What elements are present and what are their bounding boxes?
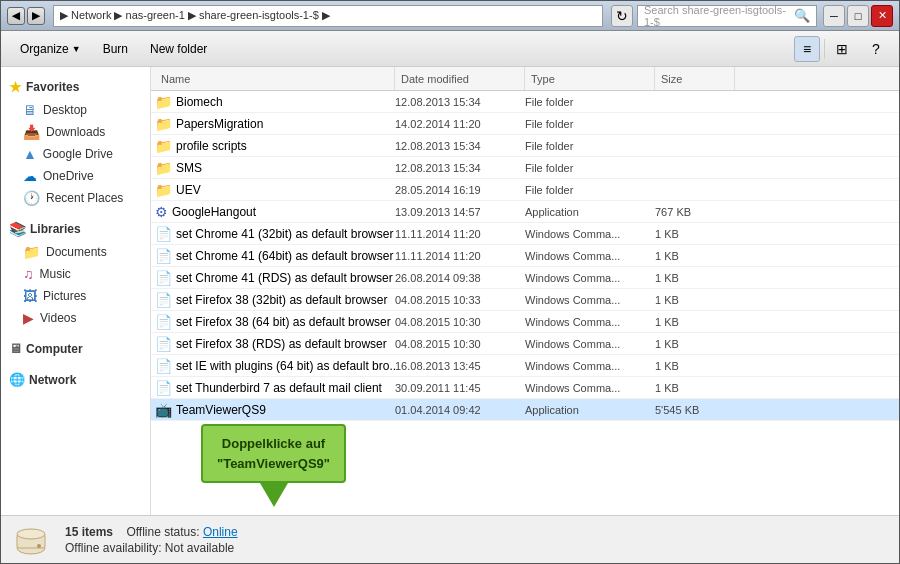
refresh-button[interactable]: ↻ (611, 5, 633, 27)
folder-icon: 📁 (155, 116, 172, 132)
file-date: 26.08.2014 09:38 (395, 272, 481, 284)
sidebar-item-gdrive[interactable]: ▲ Google Drive (1, 143, 150, 165)
sidebar-computer-header[interactable]: 🖥 Computer (1, 337, 150, 360)
table-row[interactable]: 📺 TeamViewerQS9 01.04.2014 09:42 Applica… (151, 399, 899, 421)
file-type: File folder (525, 96, 573, 108)
title-bar: ◀ ▶ ▶ Network ▶ nas-green-1 ▶ share-gree… (1, 1, 899, 31)
forward-button[interactable]: ▶ (27, 7, 45, 25)
col-date-header[interactable]: Date modified (395, 67, 525, 90)
sidebar-computer-section: 🖥 Computer (1, 337, 150, 360)
file-list: 📁 Biomech 12.08.2013 15:34 File folder 📁… (151, 91, 899, 421)
table-row[interactable]: 📄 set Firefox 38 (64 bit) as default bro… (151, 311, 899, 333)
file-type: File folder (525, 184, 573, 196)
sidebar-item-label: Music (40, 267, 71, 281)
cell-size: 1 KB (655, 294, 735, 306)
pictures-icon: 🖼 (23, 288, 37, 304)
sidebar-item-onedrive[interactable]: ☁ OneDrive (1, 165, 150, 187)
burn-button[interactable]: Burn (94, 36, 137, 62)
file-name: set Chrome 41 (32bit) as default browser (176, 227, 393, 241)
view-details-button[interactable]: ⊞ (829, 36, 855, 62)
file-date: 30.09.2011 11:45 (395, 382, 481, 394)
nav-controls: ◀ ▶ (7, 7, 45, 25)
cell-date: 16.08.2013 13:45 (395, 360, 525, 372)
file-type: Windows Comma... (525, 228, 620, 240)
organize-button[interactable]: Organize ▼ (11, 36, 90, 62)
table-row[interactable]: 📄 set Thunderbird 7 as default mail clie… (151, 377, 899, 399)
sidebar-item-recent[interactable]: 🕐 Recent Places (1, 187, 150, 209)
table-row[interactable]: 📄 set Chrome 41 (64bit) as default brows… (151, 245, 899, 267)
view-toggle-button[interactable]: ≡ (794, 36, 820, 62)
help-button[interactable]: ? (863, 36, 889, 62)
back-button[interactable]: ◀ (7, 7, 25, 25)
cell-type: Windows Comma... (525, 338, 655, 350)
cell-date: 26.08.2014 09:38 (395, 272, 525, 284)
cell-type: File folder (525, 162, 655, 174)
file-size: 1 KB (655, 316, 679, 328)
file-type: File folder (525, 118, 573, 130)
table-row[interactable]: 📁 profile scripts 12.08.2013 15:34 File … (151, 135, 899, 157)
desktop-icon: 🖥 (23, 102, 37, 118)
sidebar-item-pictures[interactable]: 🖼 Pictures (1, 285, 150, 307)
col-size-header[interactable]: Size (655, 67, 735, 90)
file-type: Windows Comma... (525, 272, 620, 284)
file-name: profile scripts (176, 139, 247, 153)
col-name-header[interactable]: Name (155, 67, 395, 90)
sidebar-item-label: OneDrive (43, 169, 94, 183)
cell-name: 📁 PapersMigration (155, 116, 395, 132)
file-name: set Chrome 41 (RDS) as default browser (176, 271, 393, 285)
cell-size: 1 KB (655, 272, 735, 284)
title-bar-left: ◀ ▶ ▶ Network ▶ nas-green-1 ▶ share-gree… (7, 5, 817, 27)
maximize-button[interactable]: □ (847, 5, 869, 27)
sidebar-item-label: Videos (40, 311, 76, 325)
cell-date: 12.08.2013 15:34 (395, 162, 525, 174)
file-name: set Firefox 38 (32bit) as default browse… (176, 293, 387, 307)
folder-icon: 📁 (155, 160, 172, 176)
table-row[interactable]: 📄 set Chrome 41 (RDS) as default browser… (151, 267, 899, 289)
col-type-header[interactable]: Type (525, 67, 655, 90)
file-date: 04.08.2015 10:30 (395, 338, 481, 350)
file-size: 1 KB (655, 272, 679, 284)
sidebar-item-downloads[interactable]: 📥 Downloads (1, 121, 150, 143)
file-date: 04.08.2015 10:30 (395, 316, 481, 328)
table-row[interactable]: ⚙ GoogleHangout 13.09.2013 14:57 Applica… (151, 201, 899, 223)
sidebar-item-documents[interactable]: 📁 Documents (1, 241, 150, 263)
table-row[interactable]: 📁 Biomech 12.08.2013 15:34 File folder (151, 91, 899, 113)
cell-type: Application (525, 404, 655, 416)
explorer-window: ◀ ▶ ▶ Network ▶ nas-green-1 ▶ share-gree… (0, 0, 900, 564)
table-row[interactable]: 📁 PapersMigration 14.02.2014 11:20 File … (151, 113, 899, 135)
minimize-button[interactable]: ─ (823, 5, 845, 27)
table-row[interactable]: 📄 set Chrome 41 (32bit) as default brows… (151, 223, 899, 245)
cell-size: 767 KB (655, 206, 735, 218)
sidebar-favorites-header[interactable]: ★ Favorites (1, 75, 150, 99)
table-row[interactable]: 📁 SMS 12.08.2013 15:34 File folder (151, 157, 899, 179)
sidebar-network-section: 🌐 Network (1, 368, 150, 391)
sidebar-item-music[interactable]: ♫ Music (1, 263, 150, 285)
cell-date: 04.08.2015 10:33 (395, 294, 525, 306)
cell-size: 1 KB (655, 360, 735, 372)
main-content: ★ Favorites 🖥 Desktop 📥 Downloads ▲ Goog… (1, 67, 899, 515)
view-controls: ≡ ⊞ (794, 36, 855, 62)
cell-date: 13.09.2013 14:57 (395, 206, 525, 218)
table-row[interactable]: 📄 set IE with plugins (64 bit) as defaul… (151, 355, 899, 377)
table-row[interactable]: 📄 set Firefox 38 (32bit) as default brow… (151, 289, 899, 311)
file-size: 1 KB (655, 360, 679, 372)
cmd-icon: 📄 (155, 380, 172, 396)
sidebar-network-header[interactable]: 🌐 Network (1, 368, 150, 391)
file-type: Windows Comma... (525, 294, 620, 306)
cell-name: 📄 set Thunderbird 7 as default mail clie… (155, 380, 395, 396)
cell-type: Application (525, 206, 655, 218)
search-bar[interactable]: Search share-green-isgtools-1-$ 🔍 (637, 5, 817, 27)
close-button[interactable]: ✕ (871, 5, 893, 27)
app-icon: ⚙ (155, 204, 168, 220)
address-bar[interactable]: ▶ Network ▶ nas-green-1 ▶ share-green-is… (53, 5, 603, 27)
sidebar-item-desktop[interactable]: 🖥 Desktop (1, 99, 150, 121)
cell-name: 📄 set Firefox 38 (32bit) as default brow… (155, 292, 395, 308)
sidebar-item-videos[interactable]: ▶ Videos (1, 307, 150, 329)
cell-size: 1 KB (655, 316, 735, 328)
table-row[interactable]: 📄 set Firefox 38 (RDS) as default browse… (151, 333, 899, 355)
annotation-arrow-icon (260, 483, 288, 507)
sidebar-favorites-section: ★ Favorites 🖥 Desktop 📥 Downloads ▲ Goog… (1, 75, 150, 209)
new-folder-button[interactable]: New folder (141, 36, 216, 62)
sidebar-libraries-header[interactable]: 📚 Libraries (1, 217, 150, 241)
table-row[interactable]: 📁 UEV 28.05.2014 16:19 File folder (151, 179, 899, 201)
